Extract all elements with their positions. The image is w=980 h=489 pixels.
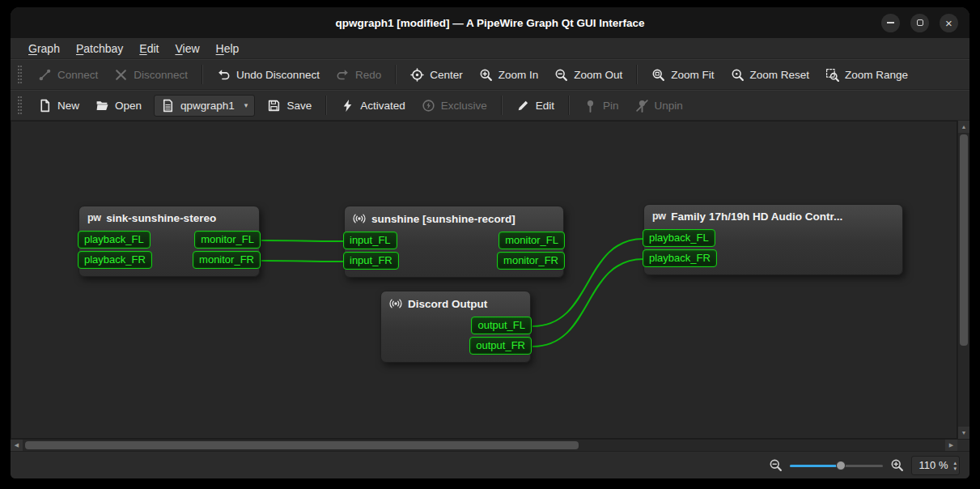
- toolbar-separator: [395, 65, 397, 84]
- port-monitor-fl[interactable]: monitor_FL: [194, 231, 261, 249]
- horizontal-scroll-thumb[interactable]: [25, 441, 579, 449]
- horizontal-scroll-track[interactable]: [23, 440, 945, 451]
- node-title: Discord Output: [408, 298, 487, 310]
- zoom-in-button[interactable]: Zoom In: [472, 63, 546, 87]
- zoom-out-button[interactable]: Zoom Out: [547, 63, 630, 87]
- zoom-fit-button[interactable]: Zoom Fit: [644, 63, 721, 87]
- node-family-hd-audio[interactable]: pwFamily 17h/19h HD Audio Contr...playba…: [643, 204, 903, 275]
- zoom-out-icon: [554, 68, 568, 82]
- zoom-spinbox[interactable]: 110 % ▴ ▾: [911, 456, 960, 475]
- toolbar-button-label: Disconnect: [134, 69, 188, 81]
- redo-icon: [336, 68, 350, 82]
- vertical-scroll-thumb[interactable]: [960, 134, 968, 346]
- port-input-fr[interactable]: input_FR: [343, 252, 399, 270]
- port-monitor-fr[interactable]: monitor_FR: [497, 252, 565, 270]
- minimize-button[interactable]: [881, 14, 900, 32]
- zoom-slider[interactable]: [790, 458, 883, 473]
- canvas-row: pwsink-sunshine-stereoplayback_FLmonitor…: [11, 121, 969, 439]
- vertical-scrollbar[interactable]: ▲ ▼: [957, 121, 969, 439]
- toolbar-button-label: Pin: [603, 100, 619, 112]
- toolbar-handle[interactable]: [18, 66, 22, 83]
- close-button[interactable]: ×: [940, 14, 958, 32]
- menu-edit[interactable]: Edit: [131, 40, 167, 57]
- port-output-fl[interactable]: output_FL: [471, 317, 532, 334]
- maximize-icon: [917, 19, 923, 26]
- menu-graph[interactable]: Graph: [20, 40, 68, 57]
- zoom-in-icon[interactable]: [890, 458, 904, 472]
- center-button[interactable]: Center: [403, 63, 470, 87]
- port-playback-fr[interactable]: playback_FR: [643, 249, 717, 267]
- zoom-slider-handle[interactable]: [836, 461, 846, 470]
- edit-button[interactable]: Edit: [509, 94, 562, 117]
- window-title: qpwgraph1 [modified] — A PipeWire Graph …: [11, 17, 969, 29]
- zoom-slider-fill: [790, 465, 841, 467]
- activated-button[interactable]: Activated: [333, 94, 413, 117]
- toolbar-button-label: Zoom Fit: [671, 69, 714, 81]
- scroll-right-arrow[interactable]: ▶: [945, 440, 957, 451]
- zoom-spin-arrows: ▴ ▾: [953, 460, 957, 471]
- unpin-button[interactable]: Unpin: [628, 94, 690, 117]
- scroll-down-arrow[interactable]: ▼: [958, 427, 969, 439]
- title-bar[interactable]: qpwgraph1 [modified] — A PipeWire Graph …: [11, 7, 969, 38]
- exclusive-button[interactable]: Exclusive: [414, 94, 494, 117]
- scroll-up-arrow[interactable]: ▲: [958, 121, 969, 133]
- port-output-fr[interactable]: output_FR: [469, 337, 532, 355]
- horizontal-scrollbar[interactable]: ◀ ▶: [11, 439, 969, 451]
- zoom-fit-icon: [651, 68, 665, 82]
- port-monitor-fr[interactable]: monitor_FR: [193, 251, 261, 269]
- app-window: qpwgraph1 [modified] — A PipeWire Graph …: [11, 7, 969, 478]
- pin-button[interactable]: Pin: [576, 94, 626, 117]
- toolbar-button-label: Open: [115, 100, 142, 112]
- zoom-in-icon: [479, 68, 493, 82]
- toolbar-button-label: Activated: [360, 100, 405, 112]
- port-monitor-fl[interactable]: monitor_FL: [498, 232, 565, 249]
- menu-patchbay[interactable]: Patchbay: [68, 40, 131, 57]
- toolbar-main: ConnectDisconnectUndo DisconnectRedoCent…: [11, 59, 969, 90]
- patchbay-combo[interactable]: qpwgraph1▾: [154, 95, 255, 117]
- connect-icon: [38, 68, 52, 82]
- redo-button[interactable]: Redo: [329, 63, 388, 87]
- disconnect-icon: [114, 68, 128, 82]
- toolbar-separator: [501, 96, 503, 115]
- zoom-out-icon[interactable]: [769, 458, 783, 472]
- graph-canvas[interactable]: pwsink-sunshine-stereoplayback_FLmonitor…: [11, 121, 957, 439]
- zoom-range-icon: [825, 68, 839, 82]
- scroll-left-arrow[interactable]: ◀: [11, 440, 23, 451]
- record-icon: [389, 297, 402, 310]
- activated-icon: [341, 99, 354, 113]
- undo-disconnect-button[interactable]: Undo Disconnect: [210, 63, 327, 87]
- menu-bar: GraphPatchbayEditViewHelp: [11, 38, 969, 59]
- port-input-fl[interactable]: input_FL: [343, 232, 397, 249]
- disconnect-button[interactable]: Disconnect: [107, 63, 195, 87]
- node-discord-output[interactable]: Discord Outputoutput_FLoutput_FR: [380, 291, 531, 363]
- open-button[interactable]: Open: [88, 94, 149, 117]
- node-sink-sunshine-stereo[interactable]: pwsink-sunshine-stereoplayback_FLmonitor…: [78, 206, 260, 277]
- toolbar-button-label: Zoom Reset: [750, 69, 810, 81]
- maximize-button[interactable]: [910, 14, 929, 32]
- port-playback-fl[interactable]: playback_FL: [78, 231, 151, 249]
- toolbar-file: NewOpenqpwgraph1▾SaveActivatedExclusiveE…: [11, 90, 969, 121]
- new-button[interactable]: New: [31, 94, 87, 117]
- chevron-down-icon: ▾: [244, 101, 248, 109]
- open-icon: [95, 99, 109, 113]
- exclusive-icon: [422, 99, 435, 113]
- toolbar-handle[interactable]: [18, 96, 22, 114]
- zoom-range-button[interactable]: Zoom Range: [818, 63, 915, 87]
- zoom-reset-icon: [731, 68, 745, 82]
- save-button[interactable]: Save: [260, 94, 319, 117]
- port-playback-fl[interactable]: playback_FL: [643, 229, 715, 247]
- pipewire-icon: pw: [87, 213, 100, 223]
- toolbar-button-label: Redo: [355, 69, 381, 81]
- node-sunshine-record[interactable]: sunshine [sunshine-record]input_FLmonito…: [344, 206, 564, 278]
- toolbar-separator: [325, 96, 327, 115]
- zoom-reset-button[interactable]: Zoom Reset: [723, 63, 817, 87]
- menu-help[interactable]: Help: [208, 40, 248, 57]
- window-controls: ×: [881, 14, 969, 32]
- zoom-spin-up-button[interactable]: ▴: [953, 460, 957, 466]
- new-icon: [38, 99, 52, 113]
- vertical-scroll-track[interactable]: [958, 133, 969, 427]
- port-playback-fr[interactable]: playback_FR: [78, 251, 152, 269]
- menu-view[interactable]: View: [167, 40, 207, 57]
- zoom-spin-down-button[interactable]: ▾: [953, 466, 957, 471]
- connect-button[interactable]: Connect: [31, 63, 105, 87]
